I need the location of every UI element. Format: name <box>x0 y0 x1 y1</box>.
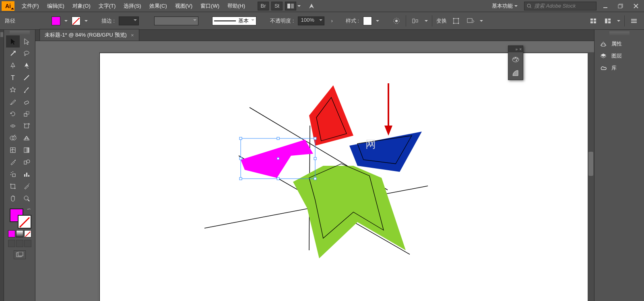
workspace-switcher[interactable]: 基本功能 <box>488 2 522 10</box>
fill-swatch[interactable] <box>52 16 60 25</box>
isolate-icon[interactable] <box>465 16 476 25</box>
collapse-icon[interactable]: » <box>516 47 518 52</box>
chevron-down-icon[interactable] <box>85 20 88 23</box>
properties-panel-button[interactable]: 属性 <box>594 38 644 50</box>
panel-grip[interactable] <box>10 31 30 35</box>
stroke-weight-input[interactable] <box>119 16 139 25</box>
rotate-tool[interactable] <box>6 108 20 120</box>
opacity-arrow-icon[interactable]: › <box>328 18 335 24</box>
blend-tool[interactable] <box>20 156 33 168</box>
color-mode-none[interactable] <box>24 230 31 237</box>
svg-rect-6 <box>618 5 622 8</box>
graphic-style-swatch[interactable] <box>363 16 372 25</box>
line-tool[interactable] <box>20 72 33 84</box>
shape-builder-tool[interactable] <box>6 132 20 144</box>
menu-edit[interactable]: 编辑(E) <box>43 0 68 12</box>
direct-selection-tool[interactable] <box>20 35 33 47</box>
transform-label[interactable]: 变换 <box>436 17 447 25</box>
variable-width-profile[interactable] <box>154 16 198 25</box>
star-tool[interactable] <box>6 84 20 96</box>
arrange-docs-icon[interactable] <box>285 2 296 10</box>
app-logo[interactable]: Ai <box>2 1 14 11</box>
floating-color-panel[interactable]: » × <box>508 45 523 80</box>
recolor-artwork-icon[interactable] <box>391 16 402 25</box>
type-tool[interactable]: T <box>6 72 20 84</box>
draw-behind-icon[interactable] <box>16 240 23 247</box>
artboard[interactable]: 网 <box>100 53 594 301</box>
column-graph-tool[interactable] <box>20 168 33 180</box>
artboard-tool[interactable] <box>6 180 20 192</box>
menu-view[interactable]: 视图(V) <box>171 0 196 12</box>
eyedropper-tool[interactable] <box>6 156 20 168</box>
chevron-down-icon[interactable] <box>617 20 620 23</box>
chevron-down-icon[interactable] <box>64 20 68 23</box>
vertical-scrollbar[interactable] <box>588 52 594 301</box>
screen-mode-icon[interactable] <box>14 250 26 259</box>
width-tool[interactable] <box>6 120 20 132</box>
scale-tool[interactable] <box>20 108 33 120</box>
style-label[interactable]: 样式 : <box>346 17 359 25</box>
stroke-swatch[interactable] <box>72 16 80 25</box>
chevron-down-icon[interactable] <box>425 20 428 23</box>
gradient-tool[interactable] <box>20 144 33 156</box>
lasso-tool[interactable] <box>20 47 33 60</box>
shape-props-icon[interactable] <box>451 16 461 25</box>
menu-help[interactable]: 帮助(H) <box>223 0 249 12</box>
stock-icon[interactable]: St <box>271 2 283 10</box>
curvature-tool[interactable] <box>20 60 33 72</box>
collapsed-dock-left[interactable] <box>0 30 4 301</box>
panel-header[interactable]: » × <box>508 46 523 52</box>
maximize-button[interactable] <box>614 2 627 10</box>
draw-normal-icon[interactable] <box>8 240 15 247</box>
menu-type[interactable]: 文字(T) <box>95 0 120 12</box>
symbol-sprayer-tool[interactable] <box>6 168 20 180</box>
close-button[interactable] <box>630 2 642 10</box>
stroke-color-box[interactable] <box>18 215 31 229</box>
swap-fill-stroke-icon[interactable]: ⤺ <box>27 207 31 211</box>
color-guide-icon[interactable] <box>508 66 523 80</box>
close-tab-icon[interactable]: × <box>131 32 134 38</box>
menu-select[interactable]: 选择(S) <box>120 0 145 12</box>
libraries-panel-button[interactable]: 库 <box>594 62 644 74</box>
shaper-tool[interactable] <box>6 96 20 108</box>
panel-menu-icon[interactable] <box>629 16 639 25</box>
search-stock-input[interactable]: 搜索 Adobe Stock <box>524 2 597 10</box>
menu-window[interactable]: 窗口(W) <box>196 0 223 12</box>
gpu-rocket-icon[interactable] <box>308 2 315 10</box>
layers-panel-button[interactable]: 图层 <box>594 50 644 62</box>
free-transform-tool[interactable] <box>20 120 33 132</box>
zoom-tool[interactable] <box>20 192 33 204</box>
slice-tool[interactable] <box>20 180 33 192</box>
panel-grid-icon[interactable] <box>588 16 599 25</box>
chevron-down-icon[interactable] <box>376 20 379 23</box>
color-mode-gradient[interactable] <box>16 230 23 237</box>
perspective-grid-tool[interactable] <box>20 132 33 144</box>
eraser-tool[interactable] <box>20 96 33 108</box>
pen-tool[interactable] <box>6 60 20 72</box>
align-icon[interactable] <box>410 16 421 25</box>
fill-stroke-control[interactable]: ⤺ <box>8 207 31 229</box>
chevron-down-icon[interactable] <box>480 20 483 23</box>
hand-tool[interactable] <box>6 192 20 204</box>
magic-wand-tool[interactable] <box>6 47 20 60</box>
menu-object[interactable]: 对象(O) <box>68 0 95 12</box>
panel-grip[interactable] <box>609 31 630 35</box>
brush-definition[interactable]: 基本 <box>212 16 256 25</box>
stroke-label[interactable]: 描边 : <box>101 17 115 25</box>
bridge-icon[interactable]: Br <box>258 2 269 10</box>
draw-inside-icon[interactable] <box>24 240 31 247</box>
selection-tool[interactable] <box>6 35 20 47</box>
color-mode-solid[interactable] <box>8 230 15 237</box>
minimize-button[interactable] <box>599 2 612 10</box>
close-icon[interactable]: × <box>519 47 522 52</box>
opacity-input[interactable]: 100% <box>298 16 324 25</box>
opacity-label[interactable]: 不透明度 : <box>270 17 294 25</box>
mesh-tool[interactable] <box>6 144 20 156</box>
document-tab[interactable]: 未标题-1* @ 84% (RGB/GPU 预览) × <box>39 29 139 41</box>
panel-setup-icon[interactable] <box>603 16 613 25</box>
color-panel-icon[interactable] <box>508 52 523 66</box>
paintbrush-tool[interactable] <box>20 84 33 96</box>
menu-effect[interactable]: 效果(C) <box>145 0 171 12</box>
menu-file[interactable]: 文件(F) <box>18 0 43 12</box>
chevron-down-icon[interactable] <box>297 5 301 8</box>
